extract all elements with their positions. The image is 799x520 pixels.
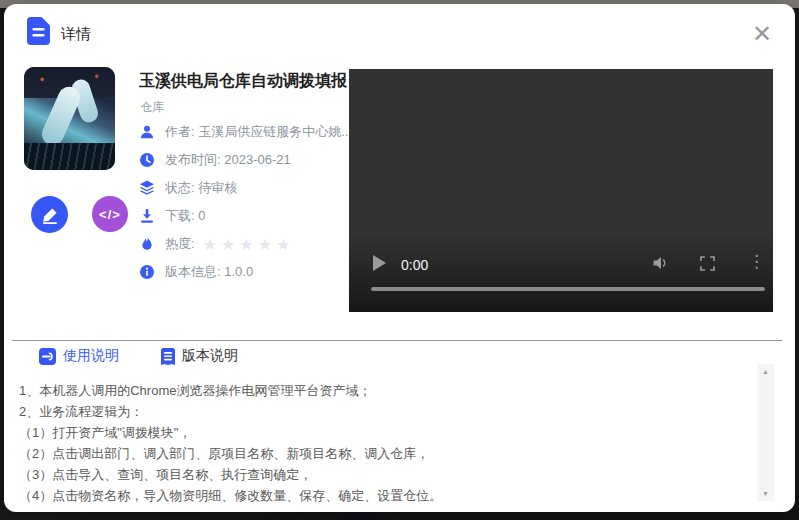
- tab-usage-notes-label: 使用说明: [63, 347, 119, 365]
- item-thumbnail: [24, 67, 115, 170]
- star-icon: ★: [203, 236, 221, 253]
- flame-icon: [139, 236, 155, 252]
- volume-icon[interactable]: [652, 255, 670, 275]
- tab-bar: 使用说明 版本说明: [39, 347, 280, 365]
- scroll-down-icon[interactable]: ▼: [757, 486, 774, 501]
- info-icon: [139, 264, 155, 280]
- play-icon[interactable]: [373, 255, 386, 271]
- instruction-line: 1、本机器人调用的Chrome浏览器操作电网管理平台资产域；: [19, 380, 749, 401]
- star-icon: ★: [258, 236, 276, 253]
- rating-stars[interactable]: ★★★★★: [203, 235, 295, 254]
- star-icon: ★: [221, 236, 239, 253]
- item-category: 仓库: [140, 99, 164, 116]
- meta-author-text: 作者: 玉溪局供应链服务中心姚...: [165, 123, 351, 141]
- instruction-line: （2）点击调出部门、调入部门、原项目名称、新项目名称、调入仓库，: [19, 443, 749, 464]
- edit-button[interactable]: [31, 196, 68, 233]
- vertical-scrollbar[interactable]: ▲ ▼: [757, 364, 774, 501]
- scroll-up-icon[interactable]: ▲: [757, 364, 774, 379]
- star-icon: ★: [239, 236, 257, 253]
- tab-version-notes[interactable]: 版本说明: [161, 347, 238, 365]
- code-icon: </>: [99, 207, 121, 222]
- instruction-line: 2、业务流程逻辑为：: [19, 401, 749, 422]
- instruction-line: （1）打开资产域"调拨模块"，: [19, 422, 749, 443]
- item-title: 玉溪供电局仓库自动调拨填报: [139, 71, 351, 92]
- tab-usage-notes[interactable]: 使用说明: [39, 347, 119, 365]
- close-icon[interactable]: ✕: [746, 18, 778, 50]
- meta-downloads-text: 下载: 0: [165, 207, 205, 225]
- instruction-line: （4）点击物资名称，导入物资明细、修改数量、保存、确定、设置仓位。: [19, 485, 749, 506]
- meta-publish-date: 发布时间: 2023-06-21: [139, 146, 351, 174]
- instruction-line: （3）点击导入、查询、项目名称、执行查询确定，: [19, 464, 749, 485]
- clock-icon: [139, 152, 155, 168]
- item-meta-list: 作者: 玉溪局供应链服务中心姚... 发布时间: 2023-06-21 状态: …: [139, 118, 351, 286]
- document-icon: [27, 17, 50, 49]
- more-options-icon[interactable]: ⋮: [748, 251, 765, 273]
- fullscreen-icon[interactable]: [700, 256, 715, 275]
- meta-status-text: 状态: 待审核: [165, 179, 237, 197]
- download-icon: [139, 208, 155, 224]
- dialog-title: 详情: [61, 25, 91, 44]
- layers-icon: [139, 180, 155, 196]
- video-current-time: 0:00: [401, 257, 428, 273]
- meta-publish-date-text: 发布时间: 2023-06-21: [165, 151, 291, 169]
- meta-version: 版本信息: 1.0.0: [139, 258, 351, 286]
- meta-author: 作者: 玉溪局供应链服务中心姚...: [139, 118, 351, 146]
- star-icon: ★: [276, 236, 294, 253]
- meta-status: 状态: 待审核: [139, 174, 351, 202]
- details-dialog: 详情 ✕ 玉溪供电局仓库自动调拨填报 仓库 作者: 玉溪局供应链服务中心姚...…: [4, 4, 795, 512]
- usage-notes-icon: [39, 348, 56, 365]
- user-icon: [139, 124, 155, 140]
- video-progress-bar[interactable]: [371, 287, 765, 291]
- edit-icon: [40, 205, 60, 225]
- meta-popularity: 热度: ★★★★★: [139, 230, 351, 258]
- usage-instructions: 1、本机器人调用的Chrome浏览器操作电网管理平台资产域； 2、业务流程逻辑为…: [19, 380, 749, 506]
- section-divider: [12, 340, 782, 341]
- tab-version-notes-label: 版本说明: [182, 347, 238, 365]
- version-notes-icon: [161, 348, 175, 365]
- video-player[interactable]: 0:00 ⋮: [349, 69, 773, 312]
- meta-version-text: 版本信息: 1.0.0: [165, 263, 253, 281]
- code-button[interactable]: </>: [92, 196, 128, 232]
- meta-downloads: 下载: 0: [139, 202, 351, 230]
- meta-popularity-label: 热度:: [165, 235, 195, 253]
